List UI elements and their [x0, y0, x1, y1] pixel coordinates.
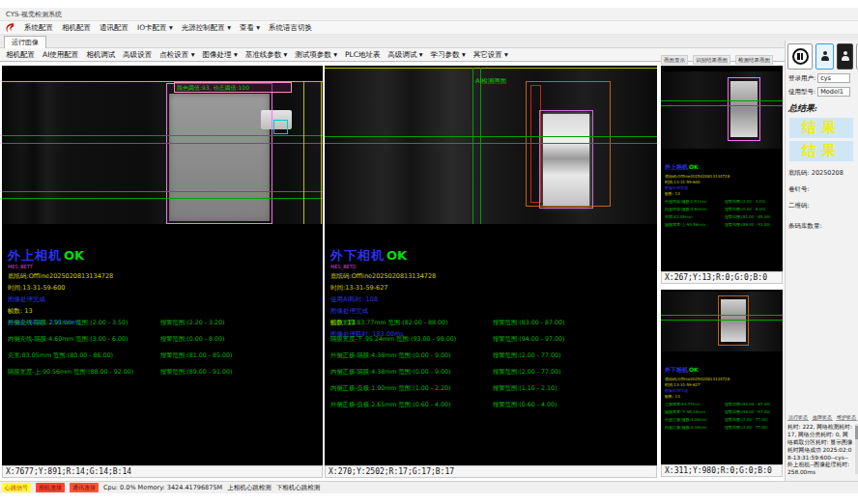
tab-run-image[interactable]: 运行图像 — [4, 36, 46, 48]
thumb2-code: 底纸码:Offline2025020813134728 — [665, 377, 779, 381]
tool-ai-config[interactable]: AI使用配置 — [43, 50, 78, 60]
measure-range: 范围:(0.00 - 9.00) — [398, 351, 450, 358]
thumb1-time: 时间:13-31-59-600 — [665, 180, 779, 184]
menu-item-language-switch[interactable]: 系统语言切换 — [269, 23, 312, 33]
measure-alarm: 报警范围:(94.00 - 97.00) — [493, 335, 565, 344]
camera2-coordinate-bar: X:270;Y:2502;R:17;G:17;B:17 — [325, 465, 657, 478]
measurement-row: 外侧正极-隔膜:4.38mm 范围:(0.00 - 9.00)报警范围:(2.0… — [330, 351, 653, 360]
mes-tag: MES_BETT — [8, 264, 316, 269]
tool-advanced-settings[interactable]: 高级设置 — [123, 50, 152, 60]
camera2-title: 外下相机 — [330, 248, 385, 263]
thumb2-image — [661, 292, 783, 351]
thumb-alarm: 报警范围:(81.00 - 85.00) — [725, 214, 779, 219]
thumbnail-view-lower[interactable]: 外下相机OK 底纸码:Offline2025020813134728 时间:13… — [661, 290, 783, 477]
tool-camera-config[interactable]: 相机配置 — [6, 50, 35, 60]
measure-alarm: 报警范围:(0.60 - 4.00) — [493, 401, 558, 409]
camera2-image: AI检测画面 — [325, 68, 657, 224]
menu-item-light-config[interactable]: 光源控制配置 ▾ — [182, 23, 231, 33]
measure-range: 范围:(0.00 - 9.00) — [398, 368, 450, 375]
log-tab-run[interactable]: 运行状态 — [787, 414, 809, 421]
camera-view-upper[interactable]: 颜色阈值:93, 动态阈值:100 外上相机OK MES_BETT 底纸码:Of… — [2, 66, 323, 478]
upper-camera-heartbeat: 上相机心跳检测 — [227, 484, 272, 492]
pause-icon — [792, 48, 809, 65]
process-done-line: 图像处理完成 — [330, 307, 649, 316]
measure-alarm: 报警范围:(2.00 - 77.00) — [493, 368, 561, 377]
measure-range: 范围:(88.00 - 92.00) — [73, 368, 133, 375]
tool-test-params[interactable]: 测试项参数 ▾ — [295, 50, 337, 60]
tool-learning-params[interactable]: 学习参数 ▾ — [431, 50, 466, 60]
camera-view-lower[interactable]: AI检测画面 外下相机OK MES_BETD 底纸码:Offline202502… — [325, 66, 657, 478]
result-text: 结果 — [802, 120, 841, 135]
measure-range: 范围:(93.00 - 98.00) — [396, 335, 456, 342]
camera1-status-ok: OK — [64, 248, 84, 263]
log-text: 耗时: 222, 网络检测耗时: 17, 网络分类耗时: 0, 网络截取分区耗时… — [787, 424, 853, 477]
login-user-field[interactable]: cys — [817, 73, 850, 83]
measure-name: 隔膜宽度-上:90.56mm — [8, 368, 72, 375]
operator-button[interactable] — [837, 43, 853, 70]
baseline — [661, 315, 783, 316]
thumb-alarm: 报警范围:(83.00 - 87.00) — [725, 402, 779, 406]
measurement-row: 内侧正极-负极:1.90mm 范围:(1.00 - 2.20)报警范围:(1.1… — [330, 384, 653, 393]
thumb2-title: 外下相机 — [665, 366, 688, 373]
thumbnail-view-upper[interactable]: 外上相机OK 底纸码:Offline2025020813134728 时间:13… — [661, 66, 783, 284]
measure-alarm: 报警范围:(83.00 - 87.00) — [493, 319, 565, 327]
thumb-tab-detection[interactable]: 检测结果画面 — [735, 55, 773, 65]
thumb-measure: 外侧正极-隔膜:4.38mm — [665, 417, 725, 422]
measure-name: 隔膜宽度-下:95.24mm — [330, 335, 394, 342]
paper-code-line: 底纸码:Offline2025020813134728 — [8, 272, 316, 281]
measure-alarm: 报警范围:(81.00 - 85.00) — [160, 351, 233, 360]
menu-item-system-config[interactable]: 系统配置 — [24, 23, 53, 33]
mes-tag: MES_BETD — [330, 264, 649, 269]
camera1-title: 外上相机 — [8, 248, 62, 263]
thumb1-frames: 帧数: 13 — [665, 191, 779, 196]
login-user-button[interactable] — [815, 43, 834, 70]
measure-range: 范围:(0.60 - 4.00) — [398, 401, 450, 407]
model-field[interactable]: Model1 — [817, 87, 850, 97]
tool-image-processing[interactable]: 图像处理 ▾ — [203, 50, 238, 60]
thumb-measure: 隔膜宽度-下:95.24mm — [665, 409, 725, 414]
measure-range: 范围:(80.00 - 86.00) — [53, 351, 113, 358]
ai-elapsed-line: 使用AI耗时: 108 — [330, 295, 649, 304]
measure-name: 外侧正极-隔膜:4.38mm — [330, 351, 396, 358]
pause-button[interactable] — [787, 43, 813, 70]
tab-strip: 运行图像 — [0, 35, 858, 48]
measure-range: 范围:(1.00 - 2.20) — [398, 384, 450, 391]
tool-advanced-debug[interactable]: 高级调试 ▾ — [387, 50, 422, 60]
thumb-tab-display[interactable]: 画面显示 — [661, 55, 688, 65]
thumb-tab-recognition[interactable]: 识别结果画面 — [693, 55, 730, 65]
thumb-measure: 壳宽:83.05mm — [665, 214, 725, 219]
time-line: 时间:13-31-59-600 — [8, 284, 316, 293]
qr-row: 二维码: — [788, 202, 858, 210]
result-text: 结果 — [802, 143, 841, 158]
log-tab-fault[interactable]: 故障状态 — [812, 414, 833, 421]
menu-item-comm-config[interactable]: 通讯配置 — [100, 23, 129, 33]
measure-alarm: 报警范围:(0.00 - 8.00) — [160, 335, 225, 344]
camera-connection-badge: 相机连接 — [36, 483, 65, 492]
menu-item-view[interactable]: 查看 ▾ — [240, 23, 260, 33]
baseline — [325, 143, 657, 144]
baseline — [661, 320, 783, 321]
user-icon — [819, 51, 830, 62]
measurement-row: 内侧正极-隔膜:4.38mm 范围:(0.00 - 9.00)报警范围:(2.0… — [330, 368, 653, 377]
tool-camera-debug[interactable]: 相机调试 — [86, 50, 115, 60]
paper-code-value: 20250208 — [812, 169, 844, 177]
log-tab-maintenance[interactable]: 维护状态 — [836, 414, 857, 421]
tool-spot-check[interactable]: 点检设置 ▾ — [159, 50, 194, 60]
login-user-row: 登录用户: cys — [788, 73, 858, 83]
tool-plc-address[interactable]: PLC地址表 — [345, 50, 380, 60]
log-tabs: 运行状态 故障状态 维护状态 — [787, 414, 857, 421]
camera2-measurements: 正极宽度:83.77mm 范围:(82.00 - 88.00)报警范围:(83.… — [330, 319, 653, 417]
menu-item-io-config[interactable]: IO卡配置 ▾ — [137, 23, 173, 33]
tool-other-settings[interactable]: 其它设置 ▾ — [473, 50, 508, 60]
edge-line — [303, 81, 304, 224]
menu-item-camera-config[interactable]: 相机配置 — [62, 23, 91, 33]
measurement-row: 隔膜宽度-上:90.56mm 范围:(88.00 - 92.00)报警范围:(8… — [8, 368, 319, 377]
edge-line — [321, 81, 322, 224]
cpu-memory-status: Cpu: 0.0% Memory: 3424.41796875M — [103, 484, 222, 491]
thumb-measure: 外侧壳线-隔膜:2.91mm — [665, 199, 725, 204]
tool-baseline-params[interactable]: 基准线参数 ▾ — [245, 50, 288, 60]
thumb1-image — [661, 71, 783, 149]
threshold-overlay-label: 颜色阈值:93, 动态阈值:100 — [174, 82, 292, 93]
measure-alarm: 报警范围:(1.10 - 2.10) — [493, 384, 558, 393]
thumb1-title: 外上相机 — [665, 163, 688, 170]
